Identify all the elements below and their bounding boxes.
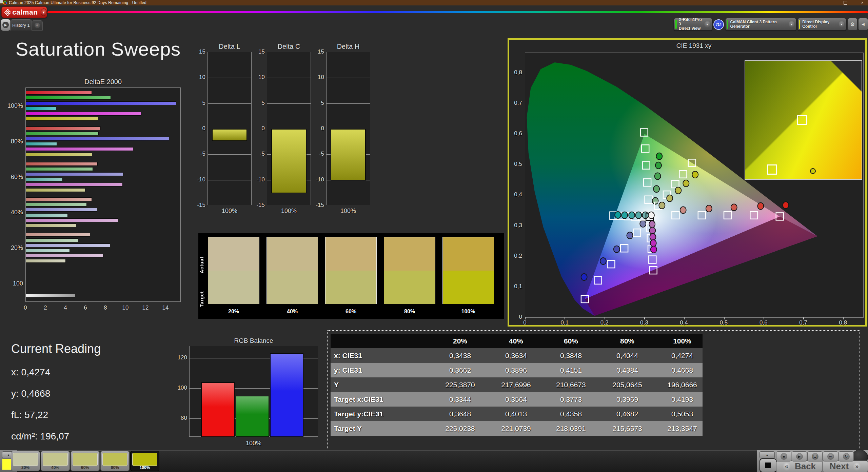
delta-c-bar — [271, 129, 307, 193]
table-cell: 225,3870 — [435, 381, 486, 389]
transport-refresh-button[interactable]: ↻ — [839, 451, 854, 461]
settings-button[interactable]: ⚙ — [848, 18, 857, 31]
cie-x-tickmark — [803, 317, 804, 319]
deltae-bar-40%-magenta — [26, 218, 118, 222]
deltae-bar-80%-red — [26, 126, 101, 130]
table-cell: 0,3634 — [491, 352, 541, 360]
swatch-row-label-actual: Actual — [199, 243, 204, 273]
collapse-panel-button[interactable]: ◀ — [858, 18, 868, 31]
pattern-button-20%[interactable]: 20% — [11, 451, 40, 471]
meter-count-badge[interactable]: 714 — [713, 19, 724, 30]
transport-loop-button[interactable]: ∞ — [823, 451, 838, 461]
cie-x-tick: 0,8 — [835, 319, 851, 326]
cie-measured-yellow-60 — [675, 187, 681, 194]
cie-measured-magenta-100 — [651, 246, 657, 253]
display-status-bar — [799, 20, 800, 29]
gridline — [267, 78, 311, 78]
swatch-column-label: 100% — [442, 309, 494, 315]
cie-y-tick: 0,6 — [507, 130, 522, 137]
calman-menu-button[interactable]: calman ▾ — [1, 6, 47, 18]
swatch-actual-40% — [267, 237, 318, 271]
pattern-label: 20% — [11, 465, 40, 470]
pattern-swatch — [43, 453, 68, 466]
cie-measured-yellow-40 — [667, 195, 673, 202]
rgb-balance-chart — [189, 346, 318, 437]
display-control-button[interactable]: Direct Display Control ▾ — [797, 18, 846, 31]
table-cell: 0,3344 — [435, 395, 486, 404]
gridline — [327, 78, 370, 78]
cie-x-tickmark — [644, 317, 645, 319]
delta-y-tick: 5 — [190, 100, 205, 106]
swatch-target-100% — [442, 271, 494, 304]
meter-line1: X-Rite i1Pro 3 — [679, 17, 702, 26]
table-cell: 213,3547 — [657, 425, 708, 433]
table-cell: 218,0391 — [546, 425, 596, 433]
delta-l-chart — [208, 52, 252, 205]
workflow-expand-button[interactable]: ▶ — [1, 19, 11, 31]
deltae-bar-60%-blue — [26, 172, 123, 176]
calman-menu-dropdown[interactable]: ▾ — [41, 8, 47, 16]
deltae-bar-20%-blue — [26, 243, 110, 247]
pattern-button-80%[interactable]: 80% — [100, 451, 130, 471]
rgb-x-label: 100% — [189, 440, 318, 447]
stop-measurement-button[interactable] — [760, 458, 777, 472]
cie-measured-yellow-80 — [683, 180, 689, 187]
rgb-y-tick: 100 — [172, 385, 187, 391]
transport-stop-button[interactable]: ■ — [776, 451, 791, 461]
source-dropdown[interactable]: ▾ — [789, 21, 794, 27]
delta-y-tick: 15 — [190, 48, 205, 55]
pattern-button-40%[interactable]: 40% — [41, 451, 70, 471]
transport-play-button[interactable]: ▶ — [792, 451, 807, 461]
delta-y-tick: -5 — [249, 151, 265, 157]
meter-device-button[interactable]: X-Rite i1Pro 3 Direct View ▾ — [674, 18, 712, 31]
minimize-button[interactable]: – — [828, 0, 834, 5]
cie-measured-blue-80 — [600, 258, 606, 264]
cie-measured-white — [648, 212, 654, 219]
back-button[interactable]: « Back — [776, 460, 822, 472]
deltae-bar-100-white — [26, 294, 75, 298]
table-row: Target Y225,0238221,0739218,0391215,6573… — [331, 421, 703, 436]
cie-measured-magenta-60 — [650, 234, 656, 240]
table-row: x: CIE310,34380,36340,38480,40440,4274 — [331, 348, 703, 363]
table-cell: 0,4682 — [602, 410, 653, 418]
table-cell: 210,6673 — [546, 381, 596, 389]
deltae-bar-80%-green — [26, 132, 99, 135]
close-button[interactable]: × — [859, 0, 865, 5]
cie-x-tick: 0,6 — [756, 319, 771, 326]
current-reading-fl: fL: 57,22 — [11, 410, 48, 420]
add-tab-button[interactable]: + — [32, 20, 43, 31]
deltae-bar-20%-green — [26, 238, 78, 242]
transport-range-button[interactable]: [‥] — [807, 451, 823, 461]
delta-y-tick: -15 — [249, 202, 265, 209]
tab-history-1[interactable]: History 1 — [10, 19, 32, 31]
cie-x-tickmark — [843, 317, 844, 319]
transport-expand-button[interactable]: ▲ — [760, 451, 775, 458]
cie-measured-cyan-60 — [629, 212, 635, 219]
cie-measured-blue-20 — [640, 220, 646, 227]
table-cell: 0,3438 — [435, 352, 486, 360]
next-button[interactable]: Next » — [823, 460, 868, 472]
window-title: Calman 2025 Calman Ultimate for Business… — [9, 0, 146, 5]
source-device-button[interactable]: CalMAN Client 3 Pattern Generator ▾ — [725, 18, 796, 31]
current-reading-title: Current Reading — [11, 342, 101, 356]
delta-y-tick: -10 — [309, 176, 324, 183]
delta-y-tick: 5 — [309, 100, 324, 106]
delta-x-label: 100% — [267, 208, 311, 215]
meter-dropdown[interactable]: ▾ — [704, 21, 710, 27]
restore-button[interactable] — [844, 1, 850, 5]
pattern-swatch — [13, 453, 38, 466]
deltae-chart — [25, 87, 181, 302]
deltae-bar-100%-red — [26, 91, 92, 95]
pattern-button-60%[interactable]: 60% — [71, 451, 100, 471]
gridline — [106, 88, 106, 301]
display-dropdown[interactable]: ▾ — [839, 21, 844, 27]
table-header-cell: 40% — [491, 337, 541, 345]
rgb-balance-title: RGB Balance — [189, 337, 318, 345]
table-row-label: Y — [334, 381, 339, 389]
delta-y-tick: -10 — [249, 176, 265, 183]
cie-measured-red-40 — [706, 205, 712, 212]
deltae-bar-80%-yellow — [26, 153, 92, 156]
table-row-label: Target x:CIE31 — [334, 395, 383, 404]
cie-x-tickmark — [605, 317, 605, 319]
pattern-button-100%[interactable]: 100% — [130, 451, 159, 471]
